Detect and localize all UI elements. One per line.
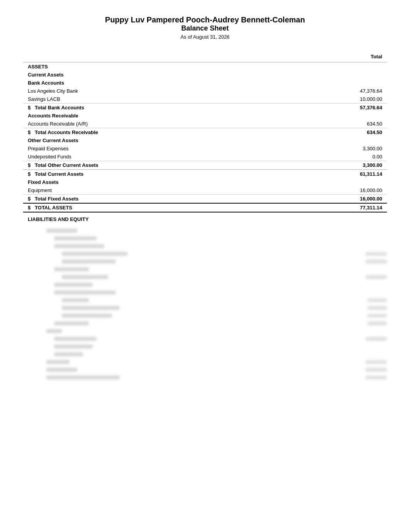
balance-sheet-table: Total ASSETS Current Assets Bank Account… — [23, 51, 387, 223]
accounts-receivable-label: Accounts Receivable — [23, 112, 241, 120]
savings-lacb-row: Savings LACB 10,000.00 — [23, 95, 387, 104]
total-bank-accounts-label: $ Total Bank Accounts — [23, 104, 241, 112]
total-bank-accounts-row: $ Total Bank Accounts 57,376.64 — [23, 104, 387, 112]
equipment-value: 16,000.00 — [241, 186, 387, 195]
bank-accounts-header-row: Bank Accounts — [23, 79, 387, 87]
report-title: Balance Sheet — [23, 24, 387, 32]
assets-label: ASSETS — [23, 62, 241, 71]
ar-row: Accounts Receivable (A/R) 634.50 — [23, 120, 387, 128]
la-city-bank-row: Los Angeles City Bank 47,376.64 — [23, 87, 387, 95]
company-name: Puppy Luv Pampered Pooch-Audrey Bennett-… — [23, 15, 387, 24]
total-other-current-assets-row: $ Total Other Current Assets 3,300.00 — [23, 161, 387, 170]
blurred-liabilities-section — [23, 226, 387, 381]
undeposited-funds-label: Undeposited Funds — [23, 153, 241, 161]
prepaid-expenses-value: 3,300.00 — [241, 144, 387, 153]
total-fixed-assets-label: $ Total Fixed Assets — [23, 195, 241, 204]
current-assets-header-row: Current Assets — [23, 71, 387, 79]
total-current-assets-value: 61,311.14 — [241, 170, 387, 178]
total-other-current-assets-label: $ Total Other Current Assets — [23, 161, 241, 170]
total-assets-row: $ TOTAL ASSETS 77,311.14 — [23, 203, 387, 212]
accounts-receivable-header-row: Accounts Receivable — [23, 112, 387, 120]
report-header: Puppy Luv Pampered Pooch-Audrey Bennett-… — [23, 15, 387, 40]
la-city-bank-value: 47,376.64 — [241, 87, 387, 95]
total-fixed-assets-value: 16,000.00 — [241, 195, 387, 204]
savings-lacb-label: Savings LACB — [23, 95, 241, 104]
total-ar-row: $ Total Accounts Receivable 634.50 — [23, 128, 387, 137]
ar-value: 634.50 — [241, 120, 387, 128]
savings-lacb-value: 10,000.00 — [241, 95, 387, 104]
total-fixed-assets-row: $ Total Fixed Assets 16,000.00 — [23, 195, 387, 204]
liabilities-label: LIABILITIES AND EQUITY — [23, 212, 241, 223]
prepaid-expenses-row: Prepaid Expenses 3,300.00 — [23, 144, 387, 153]
total-col-header: Total — [241, 51, 387, 62]
current-assets-label: Current Assets — [23, 71, 241, 79]
total-current-assets-label: $ Total Current Assets — [23, 170, 241, 178]
undeposited-funds-value: 0.00 — [241, 153, 387, 161]
bank-accounts-label: Bank Accounts — [23, 79, 241, 87]
total-assets-value: 77,311.14 — [241, 203, 387, 212]
equipment-label: Equipment — [23, 186, 241, 195]
fixed-assets-label: Fixed Assets — [23, 178, 241, 186]
liabilities-header-row: LIABILITIES AND EQUITY — [23, 212, 387, 223]
equipment-row: Equipment 16,000.00 — [23, 186, 387, 195]
undeposited-funds-row: Undeposited Funds 0.00 — [23, 153, 387, 161]
total-current-assets-row: $ Total Current Assets 61,311.14 — [23, 170, 387, 178]
ar-label: Accounts Receivable (A/R) — [23, 120, 241, 128]
other-current-assets-label: Other Current Assets — [23, 136, 241, 144]
report-date: As of August 31, 2026 — [23, 34, 387, 40]
total-assets-label: $ TOTAL ASSETS — [23, 203, 241, 212]
prepaid-expenses-label: Prepaid Expenses — [23, 144, 241, 153]
total-ar-value: 634.50 — [241, 128, 387, 137]
other-current-assets-header-row: Other Current Assets — [23, 136, 387, 144]
label-col-header — [23, 51, 241, 62]
assets-header-row: ASSETS — [23, 62, 387, 71]
total-ar-label: $ Total Accounts Receivable — [23, 128, 241, 137]
total-bank-accounts-value: 57,376.64 — [241, 104, 387, 112]
fixed-assets-header-row: Fixed Assets — [23, 178, 387, 186]
la-city-bank-label: Los Angeles City Bank — [23, 87, 241, 95]
total-other-current-assets-value: 3,300.00 — [241, 161, 387, 170]
